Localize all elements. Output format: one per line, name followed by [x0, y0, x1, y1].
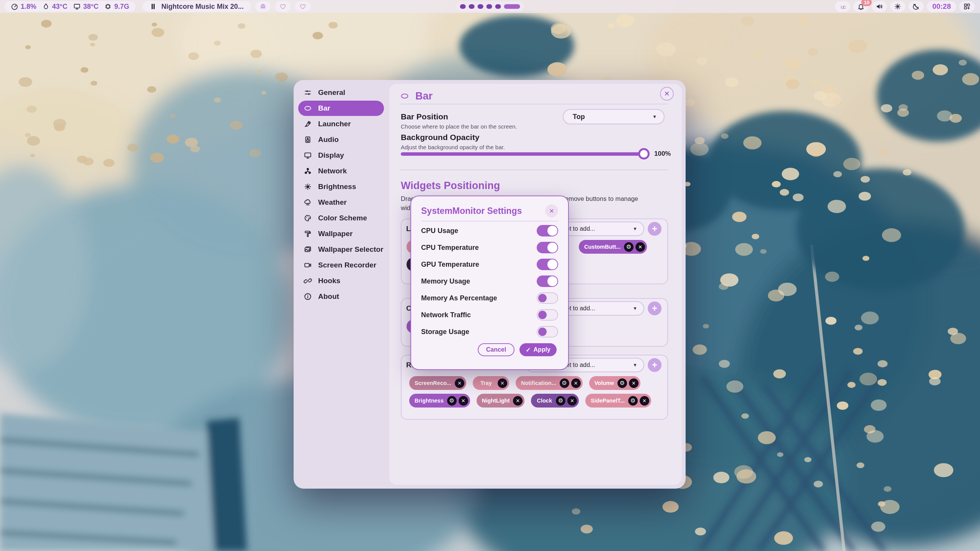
sidebar-item-brightness[interactable]: Brightness	[298, 179, 384, 194]
widget-remove-button[interactable]: ✕	[459, 396, 468, 406]
sidebar-item-display[interactable]: Display	[298, 148, 384, 163]
apply-button[interactable]: ✓ Apply	[519, 343, 557, 356]
opacity-slider-thumb[interactable]	[638, 148, 650, 160]
memory-as-percentage-toggle[interactable]	[537, 292, 558, 304]
favorite-button[interactable]	[275, 1, 291, 12]
add-widget-button[interactable]: +	[648, 302, 662, 315]
workspace-dot[interactable]	[487, 4, 492, 9]
ghost-icon	[259, 3, 267, 10]
rocket-icon	[304, 120, 312, 128]
background-opacity-setting: Background Opacity Adjust the background…	[401, 133, 505, 150]
widget-remove-button[interactable]: ✕	[629, 378, 639, 388]
chevron-down-icon: ▼	[633, 306, 637, 311]
workspace-dot[interactable]	[460, 4, 466, 9]
widget-settings-button[interactable]: ⚙	[556, 396, 565, 406]
bar-position-select[interactable]: Top ▼	[563, 109, 665, 124]
widget-remove-button[interactable]: ✕	[455, 378, 464, 388]
overview-button[interactable]	[959, 1, 975, 12]
system-stats[interactable]: 1.8%43°C38°C9.7G	[5, 1, 136, 12]
toggle-label: CPU Usage	[421, 227, 458, 235]
sidebar-item-about[interactable]: About	[298, 289, 384, 304]
sidebar-item-screen-recorder[interactable]: Screen Recorder	[298, 258, 384, 273]
toggle-label: Storage Usage	[421, 328, 469, 336]
sidebar-item-color-scheme[interactable]: Color Scheme	[298, 210, 384, 226]
add-widget-button[interactable]: +	[648, 222, 662, 236]
toggle-knob	[547, 259, 557, 269]
widget-remove-button[interactable]: ✕	[567, 396, 577, 406]
sidebar-item-general[interactable]: General	[298, 85, 384, 100]
stat-value: 38°C	[83, 3, 98, 11]
widget-settings-button[interactable]: ⚙	[617, 378, 627, 388]
notifications-button[interactable]: 10	[853, 1, 869, 12]
widget-chip-screenreco[interactable]: ScreenReco...✕	[409, 376, 466, 390]
audio-icon	[304, 135, 312, 144]
sidebar-item-launcher[interactable]: Launcher	[298, 116, 384, 132]
workspace-dot[interactable]	[495, 4, 501, 9]
opacity-slider-track[interactable]	[401, 152, 648, 156]
widget-chip-label: Clock	[536, 398, 554, 404]
toggle-row: Storage Usage	[421, 323, 558, 340]
gpu-temperature-toggle[interactable]	[537, 259, 558, 270]
memory-usage-toggle[interactable]	[537, 276, 558, 287]
widget-chip-volume[interactable]: Volume⚙✕	[589, 376, 640, 390]
chip-icon	[104, 3, 112, 10]
widget-chip-nightlight[interactable]: NightLight✕	[477, 394, 524, 408]
ghost-button[interactable]	[255, 1, 271, 12]
media-player[interactable]: Nightcore Music Mix 20...	[142, 1, 251, 12]
sidebar-item-label: Network	[318, 167, 347, 175]
widget-settings-button[interactable]: ⚙	[628, 396, 638, 406]
sidebar-item-weather[interactable]: Weather	[298, 195, 384, 210]
clock[interactable]: 00:28	[927, 1, 956, 12]
workspace-dot[interactable]	[469, 4, 475, 9]
gauge-icon	[11, 3, 18, 10]
nightlight-icon	[912, 3, 920, 10]
add-widget-button[interactable]: +	[648, 358, 662, 372]
widget-chip-clock[interactable]: Clock⚙✕	[531, 394, 579, 408]
toggle-row: Memory As Percentage	[421, 290, 558, 306]
widget-chip-sidepanelt[interactable]: SidePanelT...⚙✕	[585, 394, 651, 408]
volume-button[interactable]	[872, 1, 887, 12]
workspace-dot[interactable]	[478, 4, 483, 9]
toggle-knob	[538, 328, 547, 336]
sidebar-item-bar[interactable]: Bar	[298, 101, 384, 116]
widget-remove-button[interactable]: ✕	[635, 242, 645, 252]
tray-app-button[interactable]: uc	[835, 1, 850, 12]
sidebar-item-wallpaper-selector[interactable]: Wallpaper Selector	[298, 242, 384, 257]
roller-icon	[304, 230, 312, 238]
nightlight-button[interactable]	[908, 1, 924, 12]
workspaces-indicator[interactable]	[456, 1, 524, 12]
cpu-usage-toggle[interactable]	[537, 225, 558, 236]
sidebar-item-wallpaper[interactable]: Wallpaper	[298, 226, 384, 241]
images-icon	[304, 245, 312, 254]
sidebar-item-network[interactable]: Network	[298, 163, 384, 179]
sidebar-item-hooks[interactable]: Hooks	[298, 273, 384, 289]
widget-chip-custombutt[interactable]: CustomButt...⚙✕	[579, 240, 647, 254]
network-traffic-toggle[interactable]	[537, 309, 558, 321]
widget-remove-button[interactable]: ✕	[640, 396, 649, 406]
widget-chip-tray[interactable]: Tray✕	[473, 376, 509, 390]
toggle-row: CPU Temperature	[421, 239, 558, 256]
dialog-close-button[interactable]: ✕	[545, 204, 558, 217]
widget-settings-button[interactable]: ⚙	[624, 242, 634, 252]
sidebar-item-audio[interactable]: Audio	[298, 132, 384, 147]
toggle-knob	[547, 243, 557, 253]
sidebar-item-label: Bar	[318, 104, 330, 112]
widget-chip-brightness[interactable]: Brightness⚙✕	[409, 394, 470, 408]
brightness-button[interactable]	[890, 1, 905, 12]
widget-remove-button[interactable]: ✕	[498, 378, 507, 388]
widget-remove-button[interactable]: ✕	[571, 378, 581, 388]
opacity-value: 100%	[654, 150, 671, 158]
widget-settings-button[interactable]: ⚙	[447, 396, 457, 406]
desktop: 1.8%43°C38°C9.7G Nightcore Music Mix 20.…	[0, 0, 980, 551]
widget-remove-button[interactable]: ✕	[513, 396, 523, 406]
media-title: Nightcore Music Mix 20...	[162, 3, 244, 11]
storage-usage-toggle[interactable]	[537, 326, 558, 337]
cancel-button[interactable]: Cancel	[478, 343, 514, 356]
widget-chip-notification[interactable]: Notification...⚙✕	[516, 376, 583, 390]
window-close-button[interactable]: ✕	[660, 87, 674, 101]
sidebar-item-label: General	[318, 88, 345, 97]
widget-settings-button[interactable]: ⚙	[560, 378, 569, 388]
like-button[interactable]	[295, 1, 310, 12]
workspace-active[interactable]	[504, 4, 520, 9]
cpu-temperature-toggle[interactable]	[537, 242, 558, 253]
